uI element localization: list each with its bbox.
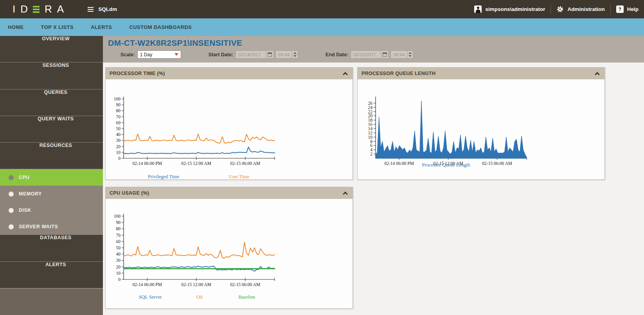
svg-text:20: 20 bbox=[368, 113, 373, 118]
sidebar-item-label: RESOURCES bbox=[40, 143, 72, 148]
chevron-up-icon[interactable] bbox=[343, 72, 348, 77]
sidebar-filler bbox=[0, 288, 103, 315]
start-time-input[interactable]: 09:44 bbox=[275, 50, 298, 59]
idera-logo-green-bars bbox=[33, 6, 40, 13]
sidebar-item-cpu[interactable]: CPU bbox=[0, 169, 103, 186]
chevron-up-icon[interactable] bbox=[343, 192, 348, 197]
svg-text:2: 2 bbox=[370, 152, 372, 156]
svg-text:50: 50 bbox=[116, 126, 121, 131]
idera-logo-letter: R bbox=[45, 3, 53, 15]
svg-text:20: 20 bbox=[116, 265, 121, 269]
nav-tab-alerts[interactable]: ALERTS bbox=[91, 24, 112, 30]
legend-item: OS bbox=[196, 294, 203, 300]
help-button[interactable]: ? Help bbox=[616, 5, 639, 13]
svg-text:20: 20 bbox=[116, 144, 121, 149]
menu-icon[interactable] bbox=[88, 7, 94, 12]
end-calendar-button[interactable] bbox=[381, 50, 389, 59]
sidebar-item-databases[interactable]: DATABASES bbox=[0, 235, 103, 261]
sidebar-item-label: CPU bbox=[19, 175, 30, 180]
sidebar-item-label: DATABASES bbox=[40, 235, 71, 240]
sidebar-item-queries[interactable]: QUERIES bbox=[0, 89, 103, 116]
sidebar-item-memory[interactable]: MEMORY bbox=[0, 186, 103, 202]
page-header-strip: DM-CT-W2K8R2SP1\INSENSITIVE Scale: 1 Day… bbox=[103, 36, 644, 63]
time-spinner-icon[interactable] bbox=[292, 51, 298, 58]
svg-text:02-15 06:00 AM: 02-15 06:00 AM bbox=[230, 161, 260, 166]
svg-text:0: 0 bbox=[118, 277, 121, 282]
svg-text:12: 12 bbox=[368, 131, 373, 135]
app-name: SQLdm bbox=[98, 6, 117, 12]
cpu-usage-chart: 0 10 20 30 40 50 60 70 80 90 100 02-14 0… bbox=[106, 211, 282, 294]
sidebar: OVERVIEWSESSIONSQUERIESQUERY WAITSRESOUR… bbox=[0, 36, 103, 315]
panel-title: CPU USAGE (%) bbox=[110, 190, 149, 196]
svg-text:30: 30 bbox=[116, 138, 121, 143]
nav-tab-custom-dashboards[interactable]: CUSTOM DASHBOARDS bbox=[129, 24, 192, 30]
scale-value: 1 Day bbox=[140, 52, 152, 57]
sidebar-item-label: DISK bbox=[19, 208, 31, 213]
idera-logo: IDRA bbox=[13, 3, 69, 15]
main-nav: HOMETOP X LISTSALERTSCUSTOM DASHBOARDS bbox=[0, 18, 644, 36]
legend-item: Processor Queue Length bbox=[422, 162, 470, 168]
user-menu[interactable]: simpsons\administrator bbox=[474, 5, 545, 13]
svg-text:02-15 12:00 AM: 02-15 12:00 AM bbox=[181, 161, 211, 166]
legend-item: User Time bbox=[229, 174, 249, 180]
question-icon: ? bbox=[616, 5, 624, 13]
sidebar-item-alerts[interactable]: ALERTS bbox=[0, 262, 103, 288]
sidebar-item-label: OVERVIEW bbox=[42, 36, 70, 41]
panel-cpu-usage: CPU USAGE (%) 0 10 20 30 40 50 60 70 80 … bbox=[105, 187, 353, 309]
idera-logo-letter: A bbox=[57, 3, 65, 15]
calendar-icon bbox=[268, 52, 272, 57]
svg-text:60: 60 bbox=[116, 120, 121, 125]
start-date-input[interactable]: 02/14/2017 bbox=[236, 50, 266, 59]
panel-header: CPU USAGE (%) bbox=[106, 187, 353, 199]
legend-item: Baseline bbox=[238, 294, 255, 300]
svg-text:50: 50 bbox=[116, 245, 121, 250]
svg-text:70: 70 bbox=[116, 233, 121, 238]
end-time-input[interactable]: 09:44 bbox=[390, 50, 413, 59]
svg-text:22: 22 bbox=[368, 109, 373, 114]
time-spinner-icon[interactable] bbox=[407, 51, 413, 58]
sidebar-item-disk[interactable]: DISK bbox=[0, 202, 103, 218]
sidebar-item-query-waits[interactable]: QUERY WAITS bbox=[0, 116, 103, 143]
svg-text:02-15 06:00 AM: 02-15 06:00 AM bbox=[230, 282, 260, 287]
svg-text:8: 8 bbox=[370, 139, 372, 144]
chart-legend: Processor Queue Length bbox=[358, 162, 604, 168]
radio-bullet-icon bbox=[9, 224, 14, 229]
sidebar-item-resources[interactable]: RESOURCES bbox=[0, 143, 103, 169]
svg-text:80: 80 bbox=[116, 226, 121, 231]
end-date-input[interactable]: 02/15/2017 bbox=[351, 50, 381, 59]
radio-bullet-icon bbox=[9, 192, 14, 197]
start-calendar-button[interactable] bbox=[266, 50, 274, 59]
legend-item: Privileged Time bbox=[148, 174, 179, 180]
svg-text:02-14 06:00 PM: 02-14 06:00 PM bbox=[132, 282, 162, 287]
sidebar-item-server-waits[interactable]: SERVER WAITS bbox=[0, 218, 103, 235]
svg-text:10: 10 bbox=[116, 271, 121, 276]
sidebar-item-label: QUERY WAITS bbox=[38, 116, 74, 122]
svg-text:70: 70 bbox=[116, 115, 121, 119]
svg-text:40: 40 bbox=[116, 252, 121, 256]
svg-text:02-15 12:00 AM: 02-15 12:00 AM bbox=[181, 282, 211, 287]
processor-queue-length-chart: 2 4 6 8 10 12 14 16 18 20 22 24 26 02-14… bbox=[358, 93, 534, 172]
svg-text:100: 100 bbox=[114, 97, 121, 101]
radio-bullet-icon bbox=[9, 208, 14, 213]
page-title: DM-CT-W2K8R2SP1\INSENSITIVE bbox=[108, 38, 644, 48]
nav-tab-top-x-lists[interactable]: TOP X LISTS bbox=[41, 24, 74, 30]
svg-text:14: 14 bbox=[368, 126, 373, 131]
start-date-label: Start Date: bbox=[209, 52, 233, 57]
panel-header: PROCESSOR TIME (%) bbox=[106, 68, 353, 79]
scale-select[interactable]: 1 Day bbox=[137, 50, 181, 59]
sidebar-item-overview[interactable]: OVERVIEW bbox=[0, 36, 103, 63]
administration-button[interactable]: Administration bbox=[556, 5, 604, 13]
svg-text:40: 40 bbox=[116, 132, 121, 137]
calendar-icon bbox=[383, 52, 387, 57]
sidebar-item-label: QUERIES bbox=[44, 89, 68, 95]
divider bbox=[610, 4, 611, 14]
idera-logo-letter: D bbox=[20, 3, 29, 15]
nav-tab-home[interactable]: HOME bbox=[8, 24, 24, 30]
svg-text:10: 10 bbox=[116, 150, 121, 155]
end-date-label: End Date: bbox=[326, 52, 348, 57]
scale-label: Scale: bbox=[121, 52, 135, 57]
sidebar-item-sessions[interactable]: SESSIONS bbox=[0, 63, 103, 89]
chevron-up-icon[interactable] bbox=[595, 72, 600, 77]
svg-text:60: 60 bbox=[116, 239, 121, 244]
user-icon bbox=[474, 5, 482, 13]
